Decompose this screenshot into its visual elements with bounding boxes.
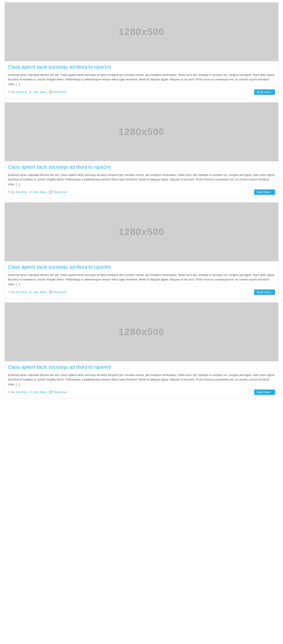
tag-icon-3: 🏷 [29,290,32,294]
post-body-1: Class aptent taciti sociosqu ad litora t… [5,61,278,98]
post-readmore-link-3[interactable]: Read more [53,290,67,294]
post-author-item-2: ✎ By John Doe [8,190,27,194]
post-author-item-1: ✎ By John Doe [8,90,27,94]
post-meta-left-3: ✎ By John Doe 🏷 Duis, News 💬 Read more [8,290,67,294]
post-card-3: 1280x500 Class aptent taciti sociosqu ad… [4,202,279,298]
post-readmore-item-3: 💬 Read more [49,290,67,294]
tag-icon-2: 🏷 [29,190,32,194]
tag-icon-1: 🏷 [29,90,32,94]
post-image-1: 1280x500 [5,2,278,61]
post-meta-left-4: ✎ By John Doe 🏷 Duis, News 💬 Read more [8,390,67,394]
post-image-3: 1280x500 [5,202,278,261]
post-tags-item-2: 🏷 Duis, News [29,190,47,194]
post-tags-link-1[interactable]: Duis, News [33,90,47,94]
post-excerpt-4: Euismod atras vulputate iltricies etri e… [8,373,275,387]
by-label-4: By [11,391,14,394]
post-tags-item-4: 🏷 Duis, News [29,390,47,394]
post-body-4: Class aptent taciti sociosqu ad litora t… [5,361,278,398]
post-tags-item-3: 🏷 Duis, News [29,290,47,294]
post-readmore-link-4[interactable]: Read more [53,391,67,394]
post-meta-3: ✎ By John Doe 🏷 Duis, News 💬 Read more R… [8,290,275,296]
author-icon-1: ✎ [8,90,10,94]
post-image-2: 1280x500 [5,102,278,161]
post-title-1: Class aptent taciti sociosqu ad litora t… [8,64,275,70]
author-icon-2: ✎ [8,190,10,194]
post-tags-link-2[interactable]: Duis, News [33,190,47,194]
post-author-item-3: ✎ By John Doe [8,290,27,294]
author-icon-3: ✎ [8,290,10,294]
post-card-4: 1280x500 Class aptent taciti sociosqu ad… [4,302,279,398]
post-readmore-link-1[interactable]: Read more [53,90,67,94]
post-author-link-3[interactable]: John Doe [15,290,27,294]
post-excerpt-3: Euismod atras vulputate iltricies etri e… [8,273,275,287]
by-label-3: By [11,290,14,294]
by-label-1: By [11,90,14,94]
post-readmore-item-2: 💬 Read more [49,190,67,194]
post-readmore-item-1: 💬 Read more [49,90,67,94]
post-meta-2: ✎ By John Doe 🏷 Duis, News 💬 Read more R… [8,190,275,196]
post-body-2: Class aptent taciti sociosqu ad litora t… [5,161,278,198]
by-label-2: By [11,190,14,194]
comment-icon-3: 💬 [49,290,53,294]
post-author-link-4[interactable]: John Doe [15,391,27,394]
post-readmore-link-2[interactable]: Read more [53,190,67,194]
comment-icon-1: 💬 [49,90,53,94]
post-body-3: Class aptent taciti sociosqu ad litora t… [5,261,278,298]
post-readmore-item-4: 💬 Read more [49,390,67,394]
post-readmore-btn-3[interactable]: Read more... [254,290,275,295]
post-tags-item-1: 🏷 Duis, News [29,90,47,94]
post-tags-link-3[interactable]: Duis, News [33,290,47,294]
post-meta-left-2: ✎ By John Doe 🏷 Duis, News 💬 Read more [8,190,67,194]
post-author-link-1[interactable]: John Doe [15,90,27,94]
comment-icon-4: 💬 [49,390,53,394]
post-tags-link-4[interactable]: Duis, News [33,391,47,394]
post-meta-4: ✎ By John Doe 🏷 Duis, News 💬 Read more R… [8,390,275,396]
post-author-link-2[interactable]: John Doe [15,190,27,194]
post-excerpt-2: Euismod atras vulputate iltricies etri e… [8,173,275,187]
post-card-1: 1280x500 Class aptent taciti sociosqu ad… [4,2,279,98]
post-title-2: Class aptent taciti sociosqu ad litora t… [8,164,275,170]
post-excerpt-1: Euismod atras vulputate iltricies etri e… [8,73,275,87]
tag-icon-4: 🏷 [29,390,32,394]
post-readmore-btn-1[interactable]: Read more... [254,90,275,95]
author-icon-4: ✎ [8,390,10,394]
post-image-4: 1280x500 [5,302,278,361]
post-meta-1: ✎ By John Doe 🏷 Duis, News 💬 Read more R… [8,90,275,96]
post-meta-left-1: ✎ By John Doe 🏷 Duis, News 💬 Read more [8,90,67,94]
comment-icon-2: 💬 [49,190,53,194]
post-readmore-btn-2[interactable]: Read more... [254,190,275,195]
post-card-2: 1280x500 Class aptent taciti sociosqu ad… [4,102,279,198]
post-title-4: Class aptent taciti sociosqu ad litora t… [8,364,275,370]
post-author-item-4: ✎ By John Doe [8,390,27,394]
post-title-3: Class aptent taciti sociosqu ad litora t… [8,264,275,270]
post-readmore-btn-4[interactable]: Read more... [254,390,275,395]
